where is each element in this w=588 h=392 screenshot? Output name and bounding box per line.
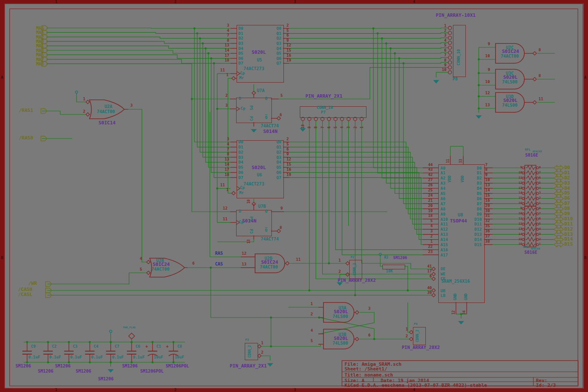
- frame-row: A: [1, 76, 3, 80]
- p2-ref: P2: [351, 256, 354, 259]
- u2b-pin6: 6: [192, 262, 194, 265]
- r3-footprint: SM1206: [393, 256, 407, 260]
- p8-label: PIN_ARRAY-10X1: [436, 13, 476, 18]
- u3d-footprint: S020L: [503, 98, 517, 103]
- capacitor[interactable]: C9 0.1uF: [16, 344, 37, 364]
- hier-label: D1: [564, 170, 573, 176]
- u7a-qbar: Q: [265, 115, 268, 120]
- ma-input-labels: MA6MA4MA2MA0MA1MA3MA5MA7MA8: [25, 26, 44, 66]
- cap-footprint: SM1206: [122, 364, 138, 368]
- u3c-value: 74LS00: [502, 80, 517, 84]
- u8-vdd2-num: 33: [459, 159, 463, 163]
- wr-label: /WR: [28, 281, 37, 286]
- u8-address-pin-numbers: 4443422726252421201918543212223: [418, 163, 433, 255]
- cap-footprint: SM1206: [98, 377, 114, 381]
- p3-pin1: 1: [261, 341, 263, 345]
- u3c-pin10: 10: [485, 80, 490, 84]
- frame-col: 1: [55, 388, 57, 392]
- u2b-pin5: 5: [140, 268, 142, 272]
- hier-label: MA8: [25, 62, 44, 66]
- cap-value: 10uF: [175, 355, 184, 359]
- rp2-footprint: S016E: [524, 250, 537, 255]
- u2b-footprint: S0IC24: [153, 262, 170, 267]
- p4-pin1: 1: [406, 327, 408, 331]
- u7b-qbar-num: 8: [280, 226, 282, 230]
- hier-label: MA6: [25, 26, 44, 30]
- schematic-canvas[interactable]: MA6MA4MA2MA0MA1MA3MA5MA7MA8 D0D1D2D3D4D5…: [0, 0, 588, 392]
- u6-footprint: S020L: [252, 165, 266, 170]
- u8-address-pin-names: A0A1A2A3A4A5A6A7A8A9A10A11A12A13A14A15A1…: [440, 166, 448, 258]
- capacitor[interactable]: C3 0.1uF: [58, 344, 79, 364]
- p4-body[interactable]: [413, 327, 426, 345]
- u7a-d-num: 2: [225, 94, 228, 98]
- u8-gnd2-num: 34: [463, 310, 466, 315]
- p3-ref: P3: [245, 339, 249, 342]
- u8-data-pin-names: D0D1D2D3D4D5D6D7D8D9D10D11D12D13D14D15: [464, 166, 482, 247]
- cap-ref: C2: [52, 344, 57, 349]
- p7-name: CONN_10: [317, 106, 333, 110]
- u3c-footprint: S020L: [503, 75, 517, 80]
- u2b-value: 74ACT00: [151, 267, 169, 272]
- u3d-pin12: 12: [485, 91, 490, 95]
- u7b-d: D: [239, 209, 241, 213]
- frame-col: 2: [174, 0, 176, 4]
- cap-footprint: SM1206: [55, 364, 71, 368]
- rp2-ref: RP2: [523, 246, 529, 249]
- u2d-pin12: 12: [242, 252, 246, 256]
- hier-label: MA4: [25, 30, 44, 34]
- hier-label: D3: [564, 181, 573, 186]
- title-sheet: Sheet: /Sheet1/: [345, 367, 387, 371]
- p2-pin1: 1: [339, 259, 341, 262]
- u8-byte-pin-names: UBLB: [440, 288, 445, 298]
- u5-output-pin-names: Q0Q1Q2Q3Q4Q5Q6Q7: [268, 26, 281, 66]
- capacitor[interactable]: C2 0.1uF: [37, 344, 58, 364]
- cap-ref: C1: [157, 344, 161, 349]
- hier-label: MA0: [25, 39, 44, 43]
- p2-label: PIN_ARRAY_28X2: [338, 278, 376, 283]
- u3c-pin8: 8: [539, 74, 541, 78]
- cap-footprint: SM1206POL: [140, 369, 163, 373]
- capacitor[interactable]: C6 0.1uF: [121, 344, 142, 364]
- cap-ref: C6: [135, 344, 140, 349]
- u6-cp-num: 11: [220, 183, 225, 187]
- u2a-pin2: 2: [83, 110, 85, 114]
- rp1-ref: RP1: [525, 148, 530, 151]
- u7a-ref: U7A: [257, 89, 265, 93]
- u5-output-pin-numbers: 256912151619: [286, 23, 291, 63]
- cap-ref: C3: [73, 344, 77, 349]
- capacitor[interactable]: C7 0.1uF: [100, 344, 121, 364]
- rp1-right-pin-numbers: 87654321: [539, 165, 541, 206]
- u2c-pin8: 8: [539, 48, 541, 52]
- u7a-d: D: [239, 96, 241, 101]
- frame-row: B: [1, 256, 3, 260]
- u8-ref: U8: [458, 213, 463, 217]
- u6-mr-name: Mr: [239, 191, 244, 195]
- u7a-sd: Sd: [250, 105, 254, 110]
- hier-label: MA2: [25, 35, 44, 39]
- u3b-pin4: 4: [311, 329, 313, 333]
- capacitor[interactable]: C4 0.1uF: [79, 344, 100, 364]
- cas-net-label: CAS: [215, 262, 223, 266]
- u7a-footprint: S014N: [263, 129, 277, 134]
- hier-label: MA5: [25, 52, 44, 57]
- u3b-pin6: 6: [368, 333, 370, 337]
- u6-ref: U6: [257, 173, 262, 177]
- rp2-left-pin-numbers: 910111213141516: [514, 206, 522, 247]
- u6-cp-name: Cp: [240, 186, 245, 190]
- p8-pin-numbers: 12345678910: [432, 24, 446, 73]
- u2a-footprint: S0IC14: [99, 120, 116, 125]
- u3b-footprint: S020L: [334, 336, 348, 341]
- u5-mr-num: 1: [226, 73, 228, 77]
- cap-footprint: SM1206: [15, 364, 31, 368]
- r3-value: 10K: [386, 269, 393, 273]
- u6-output-pin-names: Q0Q1Q2Q3Q4Q5Q6Q7: [268, 139, 281, 180]
- u7b-cd: Cd: [250, 229, 254, 234]
- u2c-footprint: S0IC24: [502, 49, 519, 54]
- u3a-pin1: 1: [311, 302, 313, 306]
- hier-label: D10: [564, 216, 573, 222]
- frame-col: 1: [55, 0, 57, 4]
- u7a-cp: Cp: [240, 106, 245, 111]
- p7-body[interactable]: [300, 106, 366, 118]
- cap-footprint: SM1206: [38, 369, 53, 373]
- capacitor[interactable]: C1 10uF: [142, 344, 163, 364]
